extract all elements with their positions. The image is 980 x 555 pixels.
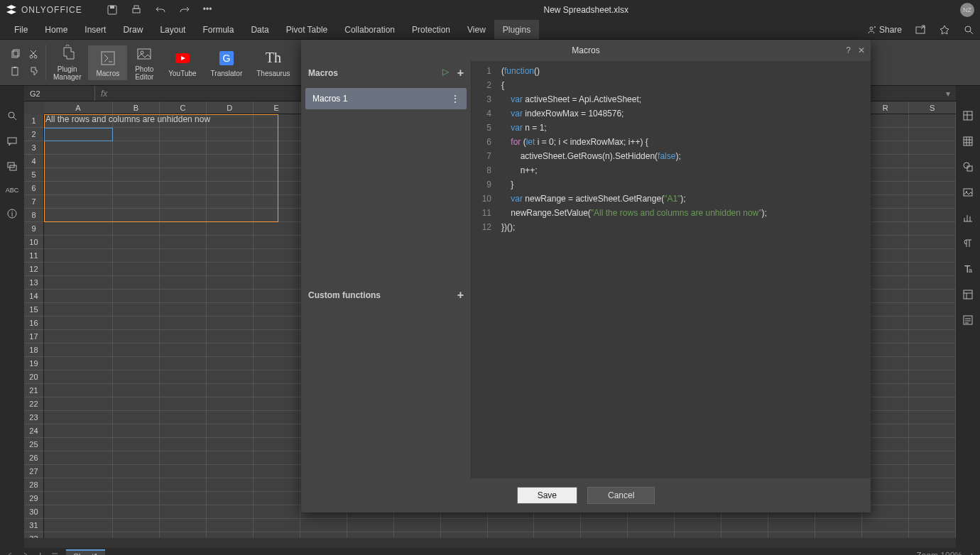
cell[interactable] <box>207 492 254 505</box>
column-header[interactable]: E <box>254 101 300 114</box>
cell[interactable] <box>909 114 956 128</box>
cell[interactable] <box>909 451 956 465</box>
cell[interactable] <box>254 249 300 263</box>
cell[interactable] <box>113 397 160 411</box>
cell[interactable] <box>113 478 160 492</box>
tab-insert[interactable]: Insert <box>76 20 114 39</box>
slicer-settings-icon[interactable] <box>962 314 974 326</box>
save-button[interactable]: Save <box>517 487 577 504</box>
add-macro-icon[interactable]: + <box>457 67 464 79</box>
cell[interactable] <box>44 290 113 303</box>
row-header[interactable]: 21 <box>24 384 44 397</box>
cell[interactable] <box>160 532 207 538</box>
cell[interactable] <box>254 492 300 505</box>
cell[interactable] <box>113 330 160 344</box>
paste-icon[interactable] <box>10 66 20 76</box>
cell[interactable] <box>160 438 207 451</box>
row-header[interactable]: 7 <box>24 195 44 209</box>
code-content[interactable]: (function() { var activeSheet = Api.Acti… <box>496 61 871 478</box>
row-header[interactable]: 8 <box>24 209 44 222</box>
cell[interactable] <box>254 384 300 397</box>
cell[interactable] <box>160 141 207 155</box>
cell[interactable] <box>909 478 956 492</box>
cell[interactable] <box>44 128 113 141</box>
comments-icon[interactable] <box>6 136 18 147</box>
cell[interactable] <box>160 195 207 209</box>
cell[interactable] <box>44 263 113 276</box>
cell[interactable] <box>44 451 113 465</box>
row-header[interactable]: 13 <box>24 276 44 290</box>
cell[interactable] <box>113 532 160 538</box>
cell[interactable] <box>254 370 300 384</box>
cell[interactable] <box>300 519 347 532</box>
cell[interactable] <box>113 249 160 263</box>
tab-draw[interactable]: Draw <box>114 20 151 39</box>
cell[interactable] <box>113 209 160 222</box>
search-icon[interactable] <box>963 24 974 35</box>
feedback-icon[interactable]: i <box>6 208 18 219</box>
cell[interactable] <box>909 532 956 538</box>
cell[interactable] <box>207 411 254 424</box>
row-header[interactable]: 14 <box>24 290 44 303</box>
cell[interactable] <box>113 438 160 451</box>
cell[interactable] <box>675 532 722 538</box>
row-header[interactable]: 1 <box>24 114 44 128</box>
column-header[interactable]: D <box>207 101 254 114</box>
cell[interactable] <box>488 519 535 532</box>
cell[interactable] <box>909 344 956 357</box>
cell[interactable] <box>909 330 956 344</box>
row-header[interactable]: 3 <box>24 141 44 155</box>
cell[interactable] <box>113 370 160 384</box>
cell[interactable] <box>394 519 441 532</box>
cell[interactable] <box>113 155 160 168</box>
row-header[interactable]: 10 <box>24 236 44 249</box>
cell[interactable] <box>628 519 675 532</box>
cell[interactable] <box>160 411 207 424</box>
cell[interactable] <box>160 209 207 222</box>
macros-item-menu-icon[interactable]: ⋮ <box>451 94 459 104</box>
tab-plugins[interactable]: Plugins <box>494 20 539 39</box>
column-header[interactable]: A <box>44 101 113 114</box>
cell[interactable] <box>909 141 956 155</box>
row-header[interactable]: 16 <box>24 317 44 330</box>
sheet-tab[interactable]: Sheet1 <box>66 549 105 555</box>
fx-label[interactable]: fx <box>95 89 113 99</box>
cell[interactable] <box>113 168 160 182</box>
cell[interactable] <box>160 128 207 141</box>
cell[interactable] <box>160 465 207 478</box>
cell[interactable] <box>160 505 207 519</box>
cell[interactable] <box>44 411 113 424</box>
row-header[interactable]: 9 <box>24 222 44 236</box>
row-header[interactable]: 2 <box>24 128 44 141</box>
cell[interactable] <box>254 465 300 478</box>
cell[interactable] <box>44 505 113 519</box>
cell[interactable] <box>44 236 113 249</box>
cell[interactable] <box>254 411 300 424</box>
cell[interactable] <box>44 519 113 532</box>
cell[interactable] <box>160 492 207 505</box>
cell[interactable] <box>207 519 254 532</box>
cell[interactable] <box>113 195 160 209</box>
row-header[interactable]: 11 <box>24 249 44 263</box>
ribbon-thesaurus[interactable]: Th Thesaurus <box>249 45 297 80</box>
cell[interactable] <box>113 236 160 249</box>
column-header[interactable]: C <box>160 101 207 114</box>
cell[interactable] <box>909 128 956 141</box>
cancel-button[interactable]: Cancel <box>587 487 655 504</box>
close-icon[interactable]: ✕ <box>858 45 865 55</box>
cell[interactable] <box>207 236 254 249</box>
cell[interactable] <box>207 357 254 370</box>
ribbon-plugin-manager[interactable]: Plugin Manager <box>46 41 88 84</box>
cell[interactable] <box>254 128 300 141</box>
cell[interactable] <box>815 519 862 532</box>
cell[interactable] <box>722 532 768 538</box>
copy-icon[interactable] <box>10 49 20 59</box>
cell[interactable] <box>44 370 113 384</box>
cell[interactable] <box>909 155 956 168</box>
cell[interactable] <box>207 344 254 357</box>
cell[interactable] <box>909 168 956 182</box>
cell[interactable] <box>44 182 113 195</box>
cell[interactable] <box>207 263 254 276</box>
cell[interactable] <box>768 532 815 538</box>
row-header[interactable]: 26 <box>24 451 44 465</box>
